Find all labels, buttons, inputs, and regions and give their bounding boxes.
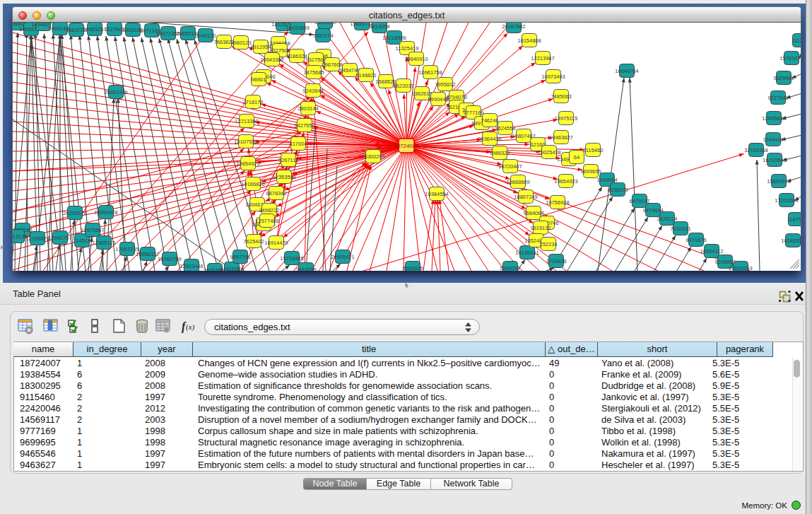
svg-text:19654923: 19654923 [554,178,577,185]
svg-text:7357274: 7357274 [312,33,333,39]
svg-text:16782759: 16782759 [158,256,181,262]
svg-text:20615263: 20615263 [729,265,752,271]
svg-text:18724007: 18724007 [394,143,419,149]
svg-text:10107553: 10107553 [234,139,257,145]
svg-text:17016504: 17016504 [775,197,798,204]
svg-text:3875685: 3875685 [303,69,324,76]
svg-text:5940397: 5940397 [500,265,520,271]
svg-text:2358145: 2358145 [314,23,335,25]
svg-text:18640910: 18640910 [404,56,428,62]
svg-text:12353594: 12353594 [272,174,295,180]
svg-text:10756928: 10756928 [546,199,569,206]
svg-text:7485063: 7485063 [551,93,571,100]
svg-text:10246514: 10246514 [781,238,801,244]
svg-text:10958137: 10958137 [136,251,159,257]
svg-text:8813054: 8813054 [369,23,389,30]
svg-text:6794078: 6794078 [446,94,466,100]
svg-text:15716485: 15716485 [280,255,303,262]
svg-text:2935114: 2935114 [657,216,678,222]
svg-text:12095832: 12095832 [762,115,785,122]
svg-text:8186328: 8186328 [286,53,307,59]
svg-text:18300295: 18300295 [361,153,384,160]
svg-text:6479197: 6479197 [629,198,649,204]
svg-text:12505115: 12505115 [93,240,116,246]
svg-text:252234: 252234 [539,241,557,247]
svg-text:16543382: 16543382 [260,57,283,63]
svg-text:7986322: 7986322 [489,150,510,156]
svg-text:7632621: 7632621 [670,226,690,232]
svg-text:16154808: 16154808 [517,37,541,44]
svg-text:9960123: 9960123 [230,40,251,46]
svg-text:3498222: 3498222 [259,207,279,214]
svg-text:19218506: 19218506 [382,35,406,41]
svg-text:12213967: 12213967 [531,55,554,62]
svg-text:13975115: 13975115 [555,115,578,122]
svg-text:2803144: 2803144 [298,105,318,112]
svg-text:19166825: 19166825 [241,181,264,187]
svg-text:9146821: 9146821 [355,72,376,78]
svg-text:9474444: 9474444 [642,207,663,214]
svg-text:1733426: 1733426 [546,258,566,264]
svg-text:64: 64 [574,154,579,160]
svg-text:111298: 111298 [792,37,801,44]
svg-text:7955812: 7955812 [435,81,455,88]
svg-text:18807249: 18807249 [514,194,537,200]
svg-text:13959928: 13959928 [94,209,117,216]
svg-text:15692971: 15692971 [767,178,790,185]
svg-text:1527602: 1527602 [104,26,124,33]
svg-text:20364436: 20364436 [478,136,501,142]
svg-text:8878342: 8878342 [266,190,286,197]
svg-text:9227341: 9227341 [767,95,788,101]
svg-text:8990448: 8990448 [428,96,448,103]
svg-text:10653257: 10653257 [83,26,106,33]
svg-text:16914479: 16914479 [264,240,288,246]
svg-text:26187682: 26187682 [502,23,525,30]
svg-text:29905421: 29905421 [331,254,354,260]
svg-text:7625402: 7625402 [243,238,264,245]
svg-text:10025438: 10025438 [537,149,560,156]
svg-text:98901: 98901 [252,76,266,83]
svg-text:3046120: 3046120 [195,33,216,39]
svg-text:16648784: 16648784 [615,68,638,74]
svg-text:19654923: 19654923 [236,160,259,167]
svg-text:9245652: 9245652 [714,259,735,265]
svg-text:746246: 746246 [481,117,498,124]
svg-text:8938923: 8938923 [607,187,628,193]
svg-text:5568605: 5568605 [402,265,423,271]
svg-text:10975667: 10975667 [81,227,104,233]
svg-text:2718176: 2718176 [242,99,263,105]
svg-text:10654112: 10654112 [700,248,724,255]
svg-text:12156829: 12156829 [25,235,49,242]
svg-text:12213363: 12213363 [235,118,258,124]
svg-text:10688609: 10688609 [506,179,529,185]
svg-text:20053346: 20053346 [104,89,127,95]
svg-text:1615132: 1615132 [530,225,551,231]
svg-text:9699695: 9699695 [580,168,601,175]
svg-text:(x): (x) [186,322,195,332]
svg-text:8471676: 8471676 [686,237,706,243]
svg-text:16033809: 16033809 [286,25,309,31]
svg-text:3624554: 3624554 [495,125,515,132]
svg-text:15720407: 15720407 [498,163,522,170]
svg-text:9684067: 9684067 [523,210,543,216]
svg-text:19463627: 19463627 [549,134,572,141]
svg-text:1244419: 1244419 [763,136,783,143]
svg-text:11325419: 11325419 [396,45,419,52]
svg-text:6522037: 6522037 [393,83,413,89]
svg-text:114519: 114519 [73,238,90,244]
svg-text:12577488: 12577488 [255,218,278,224]
svg-text:14136141: 14136141 [515,250,539,256]
svg-text:417004: 417004 [289,141,307,147]
svg-text:20206576: 20206576 [63,210,86,216]
svg-text:9115460: 9115460 [583,147,604,153]
svg-text:9329961: 9329961 [773,75,794,81]
svg-text:116753: 116753 [787,216,801,223]
svg-text:14410388: 14410388 [220,266,243,271]
svg-text:2663055: 2663055 [295,267,316,271]
svg-text:9457791: 9457791 [230,254,250,260]
svg-text:12942757: 12942757 [48,235,71,241]
svg-text:9242848: 9242848 [302,88,323,94]
svg-text:3267110: 3267110 [278,157,299,163]
svg-text:1640954: 1640954 [596,177,617,183]
svg-text:10961758: 10961758 [418,69,442,76]
